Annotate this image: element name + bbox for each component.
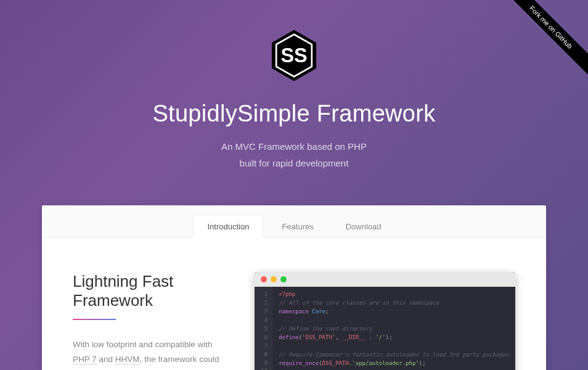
code-column: 1234567891011121314 <?php // All of the …: [255, 272, 515, 370]
page-subtitle: An MVC Framework based on PHP built for …: [12, 138, 576, 171]
section-title: Lightning Fast Framework: [73, 272, 230, 310]
intro-section: Lightning Fast Framework With low footpr…: [42, 238, 546, 370]
svg-text:SS: SS: [280, 44, 307, 67]
github-ribbon-label: Fork me on GitHub: [502, 0, 588, 76]
logo-icon: SS: [266, 28, 322, 83]
link-php7[interactable]: PHP 7: [73, 355, 97, 364]
section-underline: [73, 319, 116, 320]
text-mid: and: [97, 355, 115, 364]
code-window: 1234567891011121314 <?php // All of the …: [255, 272, 515, 370]
section-text: With low footprint and compatible with P…: [73, 337, 230, 370]
tab-download[interactable]: Download: [332, 215, 395, 237]
tabs: Introduction Features Download: [42, 205, 546, 238]
link-hhvm[interactable]: HHVM: [115, 355, 140, 364]
content-card: Introduction Features Download Lightning…: [42, 205, 546, 370]
code-titlebar: [255, 272, 515, 287]
intro-text-column: Lightning Fast Framework With low footpr…: [73, 272, 230, 370]
subtitle-line-2: built for rapid development: [12, 155, 576, 171]
text-prefix: With low footprint and compatible with: [73, 340, 213, 349]
tab-introduction[interactable]: Introduction: [193, 215, 263, 238]
code-lines: <?php // All of the core classes are in …: [272, 287, 515, 370]
tab-features[interactable]: Features: [268, 215, 327, 237]
page-title: StupidlySimple Framework: [12, 101, 576, 127]
code-body: 1234567891011121314 <?php // All of the …: [255, 287, 515, 370]
window-maximize-icon: [280, 276, 287, 282]
github-ribbon[interactable]: Fork me on GitHub: [496, 0, 588, 92]
subtitle-line-1: An MVC Framework based on PHP: [12, 138, 576, 155]
code-gutter: 1234567891011121314: [255, 287, 272, 370]
window-close-icon: [261, 276, 267, 282]
window-minimize-icon: [271, 276, 277, 282]
